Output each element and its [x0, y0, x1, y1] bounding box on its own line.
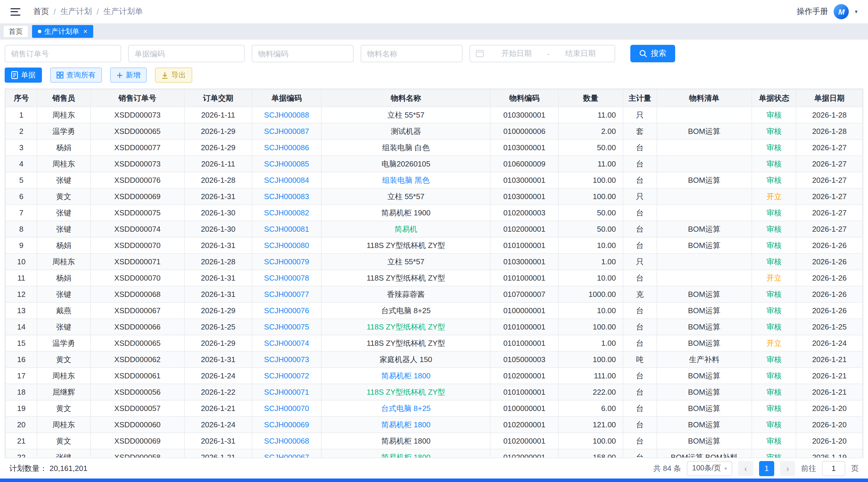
doc-code-link[interactable]: SCJH000077: [252, 286, 321, 302]
total-count: 共 84 条: [653, 463, 681, 474]
table-row: 15温学勇XSDD0000652026-1-29SCJH000074118S Z…: [5, 335, 863, 351]
prev-page-button[interactable]: ‹: [738, 461, 753, 476]
due-date-cell: 2026-1-21: [184, 400, 252, 417]
seller-cell: 周桂东: [37, 367, 90, 384]
doc-code-link[interactable]: SCJH000080: [252, 237, 321, 254]
doc-code-link[interactable]: SCJH000074: [252, 335, 321, 351]
material-name-cell: 立柱 55*57: [321, 254, 490, 270]
tab-home[interactable]: 首页: [3, 25, 29, 38]
doc-code-link[interactable]: SCJH000079: [252, 254, 321, 270]
seller-cell: 周桂东: [37, 417, 90, 433]
seq-cell: 11: [5, 270, 37, 286]
qty-cell: 50.00: [558, 204, 623, 221]
search-button-label: 搜索: [651, 48, 666, 59]
manual-link[interactable]: 操作手册: [797, 6, 828, 17]
doc-code-link[interactable]: SCJH000086: [252, 139, 321, 156]
goto-page-input[interactable]: [822, 461, 845, 476]
tab-close-icon[interactable]: ×: [83, 27, 87, 35]
doc-code-input[interactable]: [128, 45, 245, 62]
due-date-cell: 2026-1-28: [184, 254, 252, 270]
doc-date-cell: 2026-1-26: [796, 270, 863, 286]
doc-code-link[interactable]: SCJH000069: [252, 417, 321, 433]
doc-code-link[interactable]: SCJH000071: [252, 384, 321, 400]
unit-cell: 只: [623, 188, 656, 204]
breadcrumb-production-plan[interactable]: 生产计划: [61, 6, 92, 17]
menu-toggle-icon[interactable]: [10, 8, 21, 15]
unit-cell: 只: [623, 254, 656, 270]
status-cell: 开立: [752, 270, 796, 286]
status-cell: 审核: [752, 384, 796, 400]
column-header-11: 单据状态: [752, 89, 796, 107]
unit-cell: 台: [623, 237, 656, 254]
table-row: 10周桂东XSDD0000712026-1-28SCJH000079立柱 55*…: [5, 254, 863, 270]
qty-cell: 11.00: [558, 107, 623, 123]
doc-code-link[interactable]: SCJH000067: [252, 449, 321, 458]
material-name-cell: 立柱 55*57: [321, 188, 490, 204]
doc-code-link[interactable]: SCJH000087: [252, 123, 321, 139]
doc-code-link[interactable]: SCJH000082: [252, 204, 321, 221]
column-header-2: 销售员: [37, 89, 90, 107]
doc-code-link[interactable]: SCJH000068: [252, 433, 321, 449]
breadcrumb: 首页 / 生产计划 / 生产计划单: [33, 6, 143, 17]
date-range-picker[interactable]: 开始日期 - 结束日期: [469, 45, 615, 62]
doc-code-link[interactable]: SCJH000072: [252, 367, 321, 384]
status-cell: 开立: [752, 335, 796, 351]
material-code-cell: 0102000001: [491, 367, 558, 384]
material-code-cell: 0101000001: [491, 270, 558, 286]
user-menu-caret-icon[interactable]: ▾: [855, 9, 858, 14]
doc-code-link[interactable]: SCJH000088: [252, 107, 321, 123]
seller-cell: 张键: [37, 449, 90, 458]
doc-code-link[interactable]: SCJH000075: [252, 319, 321, 335]
doc-code-link[interactable]: SCJH000070: [252, 400, 321, 417]
doc-code-link[interactable]: SCJH000073: [252, 351, 321, 367]
material-code-input[interactable]: [252, 45, 353, 62]
doc-code-link[interactable]: SCJH000081: [252, 221, 321, 237]
document-button[interactable]: 单据: [5, 67, 42, 83]
document-icon: [11, 71, 18, 79]
bom-cell: BOM运算: [656, 172, 752, 188]
material-code-cell: 0100000001: [491, 400, 558, 417]
production-plan-table: 序号销售员销售订单号订单交期单据编码物料名称物料编码数量主计量物料清单单据状态单…: [5, 89, 863, 458]
doc-code-link[interactable]: SCJH000078: [252, 270, 321, 286]
seq-cell: 15: [5, 335, 37, 351]
doc-date-cell: 2026-1-26: [796, 302, 863, 319]
sales-order-cell: XSDD000073: [90, 107, 184, 123]
sales-order-input[interactable]: [5, 45, 121, 62]
goto-label: 前往: [801, 463, 816, 474]
export-button[interactable]: 导出: [155, 67, 192, 83]
seller-cell: 杨娟: [37, 270, 90, 286]
seq-cell: 12: [5, 286, 37, 302]
avatar[interactable]: M: [834, 4, 849, 19]
due-date-cell: 2026-1-31: [184, 351, 252, 367]
doc-code-link[interactable]: SCJH000076: [252, 302, 321, 319]
doc-code-link[interactable]: SCJH000085: [252, 156, 321, 172]
material-name-input[interactable]: [361, 45, 463, 62]
breadcrumb-home[interactable]: 首页: [33, 6, 49, 17]
plan-quantity: 计划数量： 20,161,201: [9, 463, 87, 474]
material-name-cell: 台式电脑 8+25: [321, 302, 490, 319]
search-button[interactable]: 搜索: [630, 45, 675, 62]
qty-cell: 100.00: [558, 351, 623, 367]
seller-cell: 张键: [37, 172, 90, 188]
seller-cell: 周桂东: [37, 107, 90, 123]
material-code-cell: 0102000001: [491, 221, 558, 237]
toolbar: 单据 查询所有 新增 导出: [0, 67, 868, 89]
bom-cell: [656, 156, 752, 172]
seller-cell: 温学勇: [37, 335, 90, 351]
seq-cell: 2: [5, 123, 37, 139]
sales-order-cell: XSDD000070: [90, 237, 184, 254]
doc-code-link[interactable]: SCJH000083: [252, 188, 321, 204]
bom-cell: [656, 254, 752, 270]
seller-cell: 黄文: [37, 433, 90, 449]
query-all-button[interactable]: 查询所有: [50, 67, 102, 83]
next-page-button[interactable]: ›: [780, 461, 795, 476]
tab-production-plan-order[interactable]: 生产计划单 ×: [32, 25, 93, 38]
bom-cell: 生产补料: [656, 351, 752, 367]
seq-cell: 7: [5, 204, 37, 221]
add-button[interactable]: 新增: [110, 67, 147, 83]
current-page-button[interactable]: 1: [759, 461, 774, 476]
table-row: 20周桂东XSDD0000602026-1-24SCJH000069简易机柜 1…: [5, 417, 863, 433]
doc-code-link[interactable]: SCJH000084: [252, 172, 321, 188]
page-size-select[interactable]: 100条/页 ▾: [687, 461, 732, 476]
doc-date-cell: 2026-1-27: [796, 139, 863, 156]
